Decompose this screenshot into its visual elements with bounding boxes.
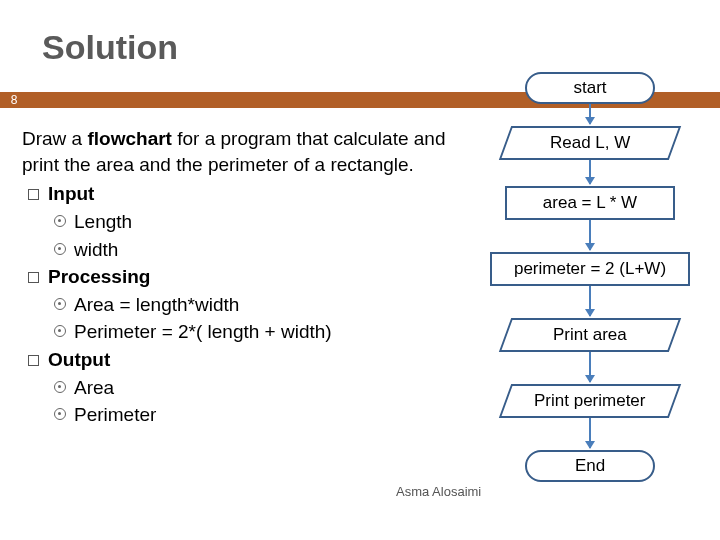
flow-read-label: Read L, W xyxy=(550,133,630,153)
list-item: Perimeter xyxy=(48,402,482,428)
flow-arrow xyxy=(589,104,591,124)
input-label: Input xyxy=(48,183,94,204)
list-item: width xyxy=(48,237,482,263)
list-item: Area xyxy=(48,375,482,401)
flow-start: start xyxy=(525,72,655,104)
page-number: 8 xyxy=(0,92,28,108)
flow-print-area-label: Print area xyxy=(553,325,627,345)
flow-print-area: Print area xyxy=(499,318,681,352)
body-content: Draw a flowchart for a program that calc… xyxy=(22,126,482,430)
flow-print-perimeter-label: Print perimeter xyxy=(534,391,645,411)
para-bold: flowchart xyxy=(87,128,171,149)
flow-area: area = L * W xyxy=(505,186,675,220)
flow-arrow xyxy=(589,352,591,382)
output-label: Output xyxy=(48,349,110,370)
flow-perimeter: perimeter = 2 (L+W) xyxy=(490,252,690,286)
flow-end: End xyxy=(525,450,655,482)
slide-title: Solution xyxy=(42,28,178,67)
list-item: Length xyxy=(48,209,482,235)
section-output: Output Area Perimeter xyxy=(22,347,482,428)
flow-arrow xyxy=(589,418,591,448)
para-pre: Draw a xyxy=(22,128,87,149)
section-input: Input Length width xyxy=(22,181,482,262)
list-item: Perimeter = 2*( length + width) xyxy=(48,319,482,345)
footer-author: Asma Alosaimi xyxy=(396,484,481,499)
processing-label: Processing xyxy=(48,266,150,287)
flow-read: Read L, W xyxy=(499,126,681,160)
problem-statement: Draw a flowchart for a program that calc… xyxy=(22,126,482,177)
list-item: Area = length*width xyxy=(48,292,482,318)
flow-arrow xyxy=(589,220,591,250)
flow-print-perimeter: Print perimeter xyxy=(499,384,681,418)
flow-arrow xyxy=(589,160,591,184)
flow-arrow xyxy=(589,286,591,316)
flowchart: start Read L, W area = L * W perimeter =… xyxy=(470,72,710,532)
section-processing: Processing Area = length*width Perimeter… xyxy=(22,264,482,345)
